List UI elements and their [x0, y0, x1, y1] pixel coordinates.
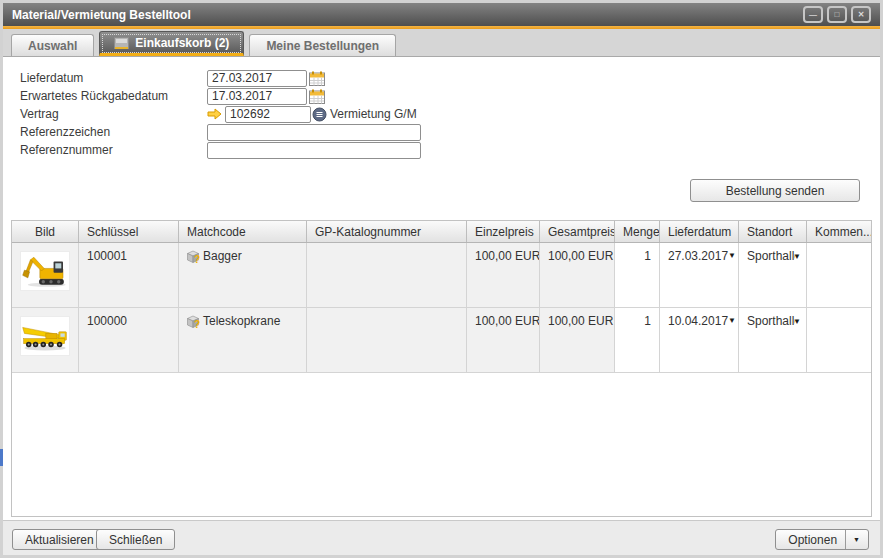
matchcode-text: Teleskopkrane — [203, 314, 280, 328]
form-row-rueckgabedatum: Erwartetes Rückgabedatum — [20, 87, 421, 105]
lieferdatum-dropdown-cell[interactable]: 27.03.2017 ▼ — [660, 243, 739, 307]
tab-meine-bestellungen[interactable]: Meine Bestellungen — [249, 34, 396, 56]
svg-text:?: ? — [194, 319, 200, 330]
vertrag-input[interactable] — [225, 106, 311, 123]
standort-dropdown-cell[interactable]: Sporthalle ▼ — [739, 308, 807, 372]
rueckgabedatum-input[interactable] — [207, 88, 307, 105]
svg-text:?: ? — [194, 254, 200, 265]
column-header-bild[interactable]: Bild — [12, 221, 79, 242]
lieferdatum-value: 27.03.2017 — [668, 249, 728, 263]
cart-panel: Lieferdatum Erwartetes Rückgabedatum — [3, 57, 880, 520]
footer-close-button[interactable]: Schließen — [96, 529, 175, 550]
bild-cell — [12, 243, 79, 307]
matchcode-cell: ? Bagger — [179, 243, 307, 307]
window-title: Material/Vermietung Bestelltool — [12, 8, 803, 22]
table-row[interactable]: 100001 ? Bagger 100,00 EUR 100,00 EUR 1 — [12, 243, 871, 308]
dropdown-arrow-icon[interactable]: ▼ — [728, 249, 736, 263]
column-header-gp-katalognummer[interactable]: GP-Katalognummer — [307, 221, 467, 242]
gesamtpreis-cell: 100,00 EUR — [540, 243, 615, 307]
minimize-icon[interactable]: — — [803, 6, 823, 23]
tab-einkaufskorb[interactable]: Einkaufskorb (2) — [99, 31, 244, 56]
options-dropdown-icon[interactable]: ▼ — [845, 530, 860, 549]
form-row-vertrag: Vertrag Vermietung G/M — [20, 105, 421, 123]
lieferdatum-input[interactable] — [207, 70, 307, 87]
matchcode-cell: ? Teleskopkrane — [179, 308, 307, 372]
material-icon: ? — [185, 314, 201, 330]
lieferdatum-dropdown-cell[interactable]: 10.04.2017 ▼ — [660, 308, 739, 372]
rueckgabedatum-label: Erwartetes Rückgabedatum — [20, 89, 207, 103]
column-header-matchcode[interactable]: Matchcode — [179, 221, 307, 242]
close-icon[interactable]: ✕ — [851, 6, 871, 23]
order-form: Lieferdatum Erwartetes Rückgabedatum — [20, 69, 421, 159]
bild-cell — [12, 308, 79, 372]
table-row[interactable]: 100000 ? Teleskopkrane 100,00 EUR 100,00… — [12, 308, 871, 373]
column-header-standort[interactable]: Standort — [739, 221, 807, 242]
form-row-referenzzeichen: Referenzzeichen — [20, 123, 421, 141]
dropdown-arrow-icon[interactable]: ▼ — [728, 314, 736, 328]
standort-value: Sporthalle — [747, 249, 795, 263]
standort-value: Sporthalle — [747, 314, 795, 328]
kommentar-cell[interactable] — [807, 243, 871, 307]
lieferdatum-value: 10.04.2017 — [668, 314, 728, 328]
gp-katalognummer-cell — [307, 243, 467, 307]
matchcode-text: Bagger — [203, 249, 242, 263]
column-header-gesamtpreis[interactable]: Gesamtpreis — [540, 221, 615, 242]
form-row-referenznummer: Referenznummer — [20, 141, 421, 159]
calendar-icon[interactable] — [309, 89, 325, 104]
referenznummer-input[interactable] — [207, 142, 421, 159]
column-header-einzelpreis[interactable]: Einzelpreis — [467, 221, 540, 242]
link-arrow-icon[interactable] — [207, 108, 222, 120]
bestelltool-window: Material/Vermietung Bestelltool — □ ✕ Au… — [0, 0, 883, 558]
basket-icon — [114, 37, 129, 49]
einzelpreis-cell: 100,00 EUR — [467, 243, 540, 307]
window-controls: — □ ✕ — [803, 6, 871, 23]
column-header-schluessel[interactable]: Schlüssel — [79, 221, 179, 242]
gesamtpreis-cell: 100,00 EUR — [540, 308, 615, 372]
maximize-icon[interactable]: □ — [827, 6, 847, 23]
product-image-excavator — [20, 251, 70, 291]
material-icon: ? — [185, 249, 201, 265]
dropdown-arrow-icon[interactable]: ▼ — [793, 250, 801, 264]
options-label: Optionen — [788, 533, 837, 547]
application-window: Material/Vermietung Bestelltool — □ ✕ Au… — [0, 0, 883, 558]
tab-einkaufskorb-label: Einkaufskorb (2) — [135, 36, 229, 50]
tab-auswahl[interactable]: Auswahl — [11, 34, 94, 56]
calendar-icon[interactable] — [309, 71, 325, 86]
refresh-button[interactable]: Aktualisieren — [12, 529, 107, 550]
vertrag-description: Vermietung G/M — [330, 107, 417, 121]
referenznummer-label: Referenznummer — [20, 143, 207, 157]
dropdown-arrow-icon[interactable]: ▼ — [793, 315, 801, 329]
tab-strip: Auswahl Einkaufskorb (2) Meine Bestellun… — [3, 29, 880, 57]
form-row-lieferdatum: Lieferdatum — [20, 69, 421, 87]
value-help-icon[interactable] — [312, 107, 327, 122]
menge-cell[interactable]: 1 — [615, 308, 660, 372]
options-button[interactable]: Optionen ▼ — [775, 529, 869, 550]
footer-bar: Aktualisieren Schließen Optionen ▼ — [3, 520, 880, 555]
table-header: Bild Schlüssel Matchcode GP-Katalognumme… — [12, 221, 871, 243]
standort-dropdown-cell[interactable]: Sporthalle ▼ — [739, 243, 807, 307]
referenzzeichen-input[interactable] — [207, 124, 421, 141]
schluessel-cell: 100000 — [79, 308, 179, 372]
gp-katalognummer-cell — [307, 308, 467, 372]
cart-items-table: Bild Schlüssel Matchcode GP-Katalognumme… — [11, 220, 872, 517]
kommentar-cell[interactable] — [807, 308, 871, 372]
schluessel-cell: 100001 — [79, 243, 179, 307]
product-image-crane — [20, 316, 70, 356]
background-window-sliver — [0, 449, 3, 466]
vertrag-label: Vertrag — [20, 107, 207, 121]
column-header-kommentar[interactable]: Kommen... — [807, 221, 871, 242]
referenzzeichen-label: Referenzzeichen — [20, 125, 207, 139]
column-header-lieferdatum[interactable]: Lieferdatum — [660, 221, 739, 242]
einzelpreis-cell: 100,00 EUR — [467, 308, 540, 372]
send-order-button[interactable]: Bestellung senden — [690, 179, 860, 202]
lieferdatum-label: Lieferdatum — [20, 71, 207, 85]
menge-cell[interactable]: 1 — [615, 243, 660, 307]
column-header-menge[interactable]: Menge — [615, 221, 660, 242]
title-bar: Material/Vermietung Bestelltool — □ ✕ — [3, 3, 880, 26]
